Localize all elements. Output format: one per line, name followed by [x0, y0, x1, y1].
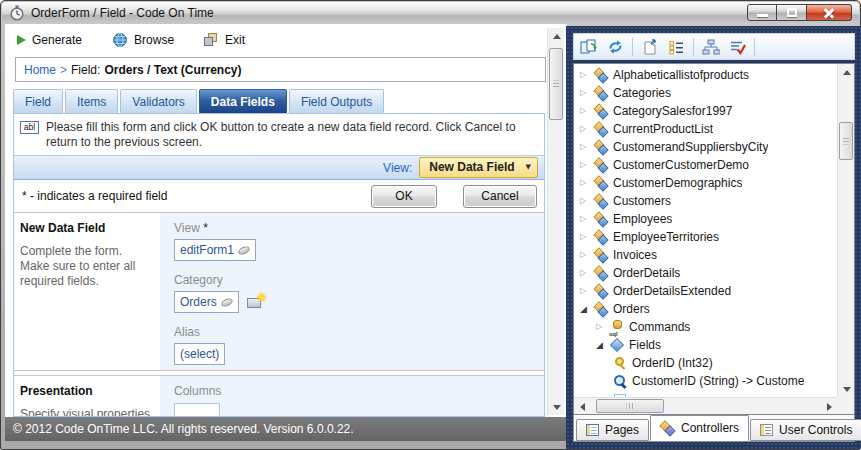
sql-commands-icon: sql — [609, 320, 626, 335]
view-value-field[interactable]: editForm1 — [174, 239, 256, 261]
tree-item[interactable]: ▷EmployeeTerritories — [574, 228, 837, 246]
main-scrollbar[interactable] — [547, 28, 564, 415]
tree-item[interactable]: ▷OrderDetails — [574, 264, 837, 282]
cancel-button[interactable]: Cancel — [463, 185, 537, 208]
tree-item[interactable]: ▷Employees — [574, 210, 837, 228]
expander-collapsed-icon[interactable]: ▷ — [596, 318, 609, 336]
maximize-button[interactable] — [777, 4, 807, 21]
new-category-icon[interactable] — [247, 298, 261, 308]
scroll-up-button[interactable] — [838, 64, 855, 80]
tree-item-partial[interactable] — [574, 390, 837, 397]
tab-pages[interactable]: Pages — [576, 419, 649, 441]
expander-expanded-icon[interactable]: ◢ — [596, 336, 609, 354]
view-dropdown[interactable]: New Data Field ▼ — [419, 157, 538, 178]
controller-icon — [593, 140, 610, 155]
new-controller-icon[interactable] — [639, 36, 661, 58]
tree-horizontal-scrollbar[interactable] — [574, 397, 837, 414]
exit-button[interactable]: Exit — [204, 33, 245, 47]
sync-controllers-icon[interactable] — [578, 36, 600, 58]
window-controls — [747, 4, 852, 21]
tree-item[interactable]: ▷Alphabeticallistofproducts — [574, 66, 837, 84]
expander-collapsed-icon[interactable]: ▷ — [580, 66, 593, 84]
controller-icon — [593, 122, 610, 137]
category-value-field[interactable]: Orders — [174, 291, 239, 313]
alias-select-field[interactable]: (select) — [174, 343, 225, 365]
expander-collapsed-icon[interactable]: ▷ — [580, 102, 593, 120]
tab-items[interactable]: Items — [65, 89, 118, 113]
columns-input[interactable] — [174, 403, 220, 417]
expander-collapsed-icon[interactable]: ▷ — [580, 120, 593, 138]
tab-validators[interactable]: Validators — [120, 89, 196, 113]
scrollbar-corner — [837, 397, 854, 414]
tab-content: abl Please fill this form and click OK b… — [13, 113, 545, 417]
scrollbar-thumb[interactable] — [839, 122, 853, 160]
tree-item-customerid[interactable]: CustomerID (String) -> Custome — [574, 372, 837, 390]
tree-item[interactable]: ▷CustomerandSuppliersbyCity — [574, 138, 837, 156]
close-button[interactable] — [807, 4, 852, 21]
toolbar-separator — [632, 38, 633, 56]
tree-item-orders[interactable]: ◢Orders — [574, 300, 837, 318]
eraser-icon[interactable] — [237, 244, 251, 255]
tab-user-controls[interactable]: User Controls — [750, 419, 861, 441]
tree-item-commands[interactable]: ▷sqlCommands — [574, 318, 837, 336]
tree-item-fields[interactable]: ◢Fields — [574, 336, 837, 354]
browse-button[interactable]: Browse — [112, 32, 174, 48]
generate-hierarchy-icon[interactable] — [700, 36, 722, 58]
tree-item[interactable]: ▷CustomerCustomerDemo — [574, 156, 837, 174]
tree-item[interactable]: ▷OrderDetailsExtended — [574, 282, 837, 300]
tree-item[interactable]: ▷Invoices — [574, 246, 837, 264]
expander-collapsed-icon[interactable]: ▷ — [580, 192, 593, 210]
controller-icon — [593, 266, 610, 281]
tree-item[interactable]: ▷CategorySalesfor1997 — [574, 102, 837, 120]
view-field-label: View * — [174, 221, 544, 235]
validate-controllers-icon[interactable] — [726, 36, 748, 58]
tab-data-fields[interactable]: Data Fields — [199, 89, 287, 113]
expander-collapsed-icon[interactable]: ▷ — [580, 210, 593, 228]
minimize-icon — [757, 14, 768, 17]
expander-collapsed-icon[interactable]: ▷ — [580, 282, 593, 300]
scrollbar-thumb[interactable] — [596, 399, 664, 413]
category-field-label: Category — [174, 273, 544, 287]
scroll-right-button[interactable] — [821, 398, 837, 415]
expander-collapsed-icon[interactable]: ▷ — [580, 228, 593, 246]
expander-collapsed-icon[interactable]: ▷ — [580, 174, 593, 192]
scrollbar-grip — [843, 138, 849, 145]
expander-collapsed-icon[interactable]: ▷ — [580, 264, 593, 282]
expander-expanded-icon[interactable]: ◢ — [580, 300, 593, 318]
ok-button[interactable]: OK — [371, 185, 437, 208]
tree-vertical-scrollbar[interactable] — [837, 64, 854, 397]
titlebar[interactable]: OrderForm / Field - Code On Time — [2, 2, 859, 24]
tab-field[interactable]: Field — [13, 89, 63, 113]
breadcrumb-current-page: Orders / Text (Currency) — [104, 63, 241, 77]
expander-collapsed-icon[interactable]: ▷ — [580, 246, 593, 264]
tree-item[interactable]: ▷CustomerDemographics — [574, 174, 837, 192]
tab-strip: Field Items Validators Data Fields Field… — [13, 89, 386, 113]
refresh-icon[interactable] — [604, 36, 626, 58]
breadcrumb-home-link[interactable]: Home — [24, 63, 56, 77]
tree-item[interactable]: ▷Customers — [574, 192, 837, 210]
tree-item[interactable]: ▷Categories — [574, 84, 837, 102]
toolbar-separator — [754, 38, 755, 56]
eraser-icon[interactable] — [220, 296, 234, 307]
section-presentation: Presentation Specify visual properties o… — [14, 376, 544, 417]
tree-item-orderid[interactable]: OrderID (Int32) — [574, 354, 837, 372]
scroll-up-button[interactable] — [548, 28, 565, 44]
main-window: OrderForm / Field - Code On Time Generat… — [0, 0, 861, 450]
tab-field-outputs[interactable]: Field Outputs — [289, 89, 384, 113]
expander-collapsed-icon[interactable]: ▷ — [580, 156, 593, 174]
scroll-left-button[interactable] — [574, 398, 590, 415]
controller-properties-icon[interactable] — [665, 36, 687, 58]
scroll-down-button[interactable] — [548, 399, 565, 415]
browse-label: Browse — [134, 33, 174, 47]
generate-button[interactable]: Generate — [17, 33, 82, 47]
scroll-down-button[interactable] — [838, 381, 855, 397]
tab-controllers[interactable]: Controllers — [650, 415, 749, 441]
tree-item[interactable]: ▷CurrentProductList — [574, 120, 837, 138]
pages-icon — [586, 424, 599, 436]
expander-collapsed-icon[interactable]: ▷ — [580, 138, 593, 156]
section-new-data-field: New Data Field Complete the form. Make s… — [14, 213, 544, 371]
minimize-button[interactable] — [747, 4, 777, 21]
expander-collapsed-icon[interactable]: ▷ — [580, 84, 593, 102]
scrollbar-thumb[interactable] — [549, 48, 563, 120]
controller-icon — [593, 212, 610, 227]
